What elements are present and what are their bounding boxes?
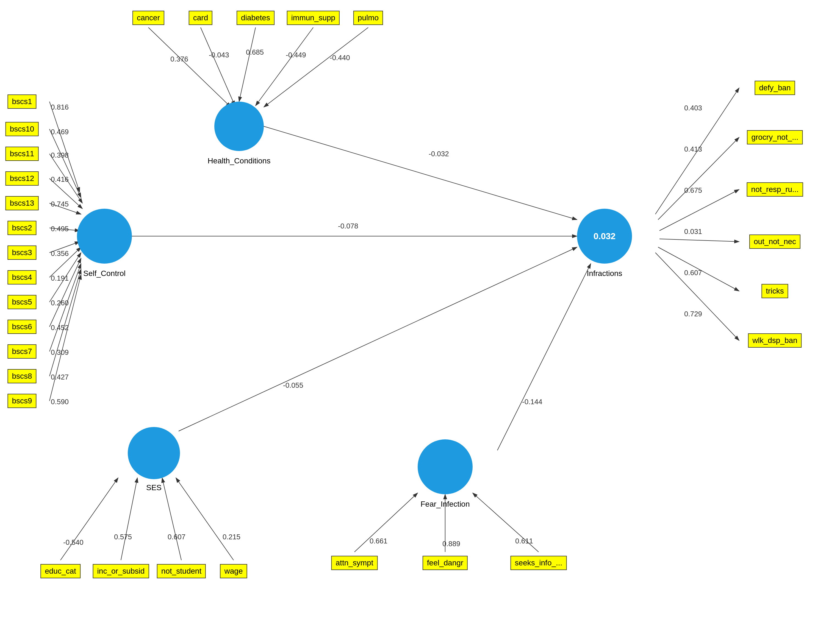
path-health-infractions: -0.032 — [429, 150, 449, 158]
bscs5-box: bscs5 — [8, 295, 36, 309]
bscs6-box: bscs6 — [8, 320, 36, 334]
defy-ban-box: defy_ban — [755, 81, 795, 95]
path-ses-infractions: -0.055 — [283, 381, 303, 390]
inf-loading-2: 0.675 — [684, 186, 702, 195]
grocry-not-box: grocry_not_... — [747, 130, 803, 145]
wlk-dsp-ban-box: wlk_dsp_ban — [748, 334, 802, 348]
card-box: card — [189, 11, 212, 25]
health-loading-0: 0.376 — [171, 55, 188, 63]
path-fear-infractions: -0.144 — [522, 398, 542, 406]
self-control-node — [77, 209, 132, 264]
inf-loading-4: 0.607 — [684, 269, 702, 277]
infractions-label: Infractions — [587, 269, 622, 278]
ses-loading-3: 0.215 — [223, 533, 240, 541]
health-conditions-node — [214, 102, 264, 151]
ses-node — [128, 427, 180, 479]
svg-line-28 — [660, 189, 739, 231]
ses-loading-0: -0.540 — [63, 538, 84, 547]
svg-line-21 — [162, 478, 182, 560]
sc-loading-7: 0.191 — [51, 274, 69, 283]
inc-or-subsid-box: inc_or_subsid — [93, 564, 149, 578]
cancer-box: cancer — [133, 11, 164, 25]
sc-loading-11: 0.427 — [51, 373, 69, 381]
sc-loading-5: 0.495 — [51, 225, 69, 233]
diabetes-box: diabetes — [237, 11, 275, 25]
health-loading-1: -0.043 — [209, 51, 229, 59]
infractions-node: 0.032 — [577, 209, 632, 264]
svg-line-7 — [49, 129, 81, 198]
bscs13-box: bscs13 — [5, 196, 39, 210]
sc-loading-10: 0.309 — [51, 348, 69, 357]
svg-line-18 — [49, 275, 81, 401]
inf-loading-3: 0.031 — [684, 227, 702, 236]
ses-label: SES — [146, 483, 161, 492]
health-loading-4: -0.440 — [330, 54, 350, 62]
fear-infection-label: Fear_Infection — [421, 500, 470, 508]
out-not-nec-box: out_not_nec — [749, 235, 801, 249]
ses-loading-1: 0.575 — [114, 533, 132, 541]
svg-line-34 — [178, 247, 577, 431]
bscs12-box: bscs12 — [5, 172, 39, 186]
svg-line-20 — [121, 478, 137, 560]
svg-line-5 — [264, 27, 368, 107]
svg-line-3 — [239, 27, 256, 102]
infractions-value: 0.032 — [594, 231, 616, 241]
svg-line-31 — [655, 253, 739, 340]
not-student-box: not_student — [157, 564, 206, 578]
diagram-container: Health_Conditions Self_Control SES Fear_… — [0, 0, 840, 628]
svg-line-35 — [497, 264, 591, 450]
svg-line-17 — [49, 269, 81, 376]
path-sc-infractions: -0.078 — [338, 222, 358, 230]
educ-cat-box: educ_cat — [40, 564, 81, 578]
fear-loading-2: 0.611 — [515, 537, 533, 545]
feel-dangr-box: feel_dangr — [423, 556, 468, 570]
sc-loading-3: 0.416 — [51, 175, 69, 184]
pulmo-box: pulmo — [354, 11, 383, 25]
sc-loading-9: 0.452 — [51, 323, 69, 332]
bscs7-box: bscs7 — [8, 344, 36, 359]
bscs8-box: bscs8 — [8, 369, 36, 383]
svg-line-22 — [176, 478, 234, 560]
bscs1-box: bscs1 — [8, 94, 36, 109]
svg-line-19 — [60, 478, 118, 560]
immun-supp-box: immun_supp — [287, 11, 339, 25]
seeks-info-box: seeks_info_... — [510, 556, 567, 570]
not-resp-ru-box: not_resp_ru... — [747, 183, 803, 197]
fear-loading-0: 0.661 — [369, 537, 387, 545]
ses-loading-2: 0.607 — [167, 533, 185, 541]
sc-loading-2: 0.398 — [51, 151, 69, 159]
sc-loading-8: 0.260 — [51, 299, 69, 307]
bscs9-box: bscs9 — [8, 394, 36, 408]
svg-line-4 — [256, 27, 313, 106]
health-loading-2: 0.685 — [246, 48, 264, 57]
bscs4-box: bscs4 — [8, 270, 36, 285]
wage-box: wage — [220, 564, 247, 578]
inf-loading-5: 0.729 — [684, 310, 702, 318]
svg-line-32 — [264, 126, 577, 220]
inf-loading-0: 0.403 — [684, 104, 702, 112]
attn-sympt-box: attn_sympt — [332, 556, 378, 570]
bscs10-box: bscs10 — [5, 122, 39, 136]
sc-loading-1: 0.469 — [51, 127, 69, 136]
bscs3-box: bscs3 — [8, 246, 36, 260]
tricks-box: tricks — [761, 284, 788, 298]
fear-infection-node — [418, 439, 473, 494]
svg-line-15 — [49, 258, 81, 327]
svg-line-1 — [148, 27, 231, 107]
sc-loading-12: 0.590 — [51, 398, 69, 406]
health-loading-3: -0.449 — [286, 51, 306, 59]
sc-loading-4: 0.745 — [51, 200, 69, 208]
sc-loading-0: 0.816 — [51, 103, 69, 112]
sc-loading-6: 0.356 — [51, 249, 69, 258]
svg-line-29 — [660, 239, 739, 242]
self-control-label: Self_Control — [83, 269, 126, 278]
svg-line-2 — [201, 27, 235, 106]
bscs11-box: bscs11 — [5, 146, 39, 161]
bscs2-box: bscs2 — [8, 221, 36, 235]
inf-loading-1: 0.413 — [684, 145, 702, 154]
fear-loading-1: 0.889 — [442, 540, 460, 548]
health-conditions-label: Health_Conditions — [208, 156, 271, 165]
